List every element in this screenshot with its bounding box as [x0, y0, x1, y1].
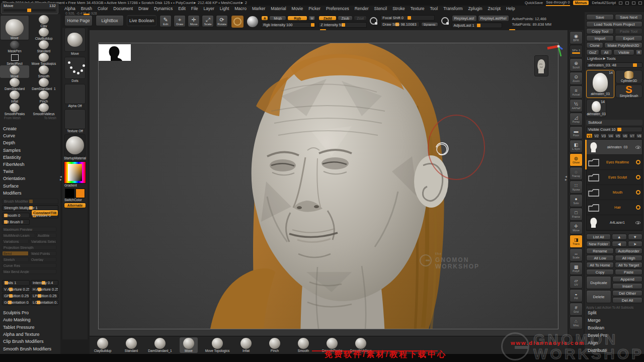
focal-shift-slider[interactable]: Focal Shift 0	[382, 16, 404, 20]
bottom-tray-brush[interactable]: Inflat	[237, 337, 255, 353]
brush-shortcut[interactable]: DamStandard_1	[29, 78, 58, 90]
brush-shortcut[interactable]: Inflat	[0, 90, 29, 103]
brush-value-slider[interactable]: Trails 1	[2, 280, 30, 286]
apply-last-action-button[interactable]: Apply Last Action To All Subtools	[586, 306, 642, 309]
folder-actions-icon[interactable]	[636, 160, 640, 164]
folder-actions-icon[interactable]	[636, 175, 640, 179]
right-shelf-button[interactable]: ⊕ Scroll	[570, 58, 583, 71]
zadd-button[interactable]: Zadd	[318, 16, 337, 21]
replay-last-button[interactable]: ReplayLast	[452, 15, 477, 22]
visibility-eye-icon[interactable]	[635, 221, 640, 224]
window-layout-icon[interactable]	[632, 2, 635, 5]
palette-section-header[interactable]: Smooth Brush Modifiers	[0, 345, 60, 352]
replay-lastrel-button[interactable]: ReplayLastRel	[478, 15, 509, 22]
color-a-button[interactable]: A	[261, 16, 268, 21]
brush-shortcut[interactable]: Standard	[29, 40, 58, 53]
subtool-row[interactable]: A4Lazer1	[587, 215, 642, 230]
save-button[interactable]: Save	[586, 14, 614, 20]
curve-setting[interactable]: MultiMesh Learn	[2, 233, 35, 238]
make-polymesh3d-button[interactable]: Make PolyMesh3D	[604, 42, 642, 48]
copy-tool-button[interactable]: Copy Tool	[586, 28, 614, 34]
menu-item[interactable]: Preferences	[326, 6, 349, 11]
subtool-subsection-header[interactable]: Split	[586, 309, 642, 317]
goz-button[interactable]: GoZ	[586, 49, 599, 55]
bottom-tray-brush[interactable]: Standard	[122, 337, 140, 353]
subtool-action-button[interactable]: Paste	[615, 269, 642, 275]
goz-all-button[interactable]: All	[600, 49, 612, 55]
subtool-row[interactable]: Eyes Realtime	[587, 155, 642, 170]
subtool-view-tab[interactable]: V2	[593, 133, 600, 138]
brush-shortcut[interactable]: Smooth	[29, 65, 58, 78]
brush-value-slider[interactable]: LOrientation 0.2	[31, 300, 58, 305]
bottom-tray-brush[interactable]: Smooth	[294, 337, 312, 353]
window-restore-icon[interactable]	[625, 2, 629, 5]
append-button[interactable]: Append	[612, 276, 642, 282]
current-brush-icon[interactable]	[231, 15, 244, 28]
window-minimize-icon[interactable]	[619, 2, 622, 5]
goz-visible-button[interactable]: Visible	[613, 49, 634, 55]
see-through-slider[interactable]: See-through 0	[546, 0, 570, 6]
right-shelf-button[interactable]: ◉ BPR	[570, 31, 583, 44]
subtool-view-tab[interactable]: V8	[636, 133, 642, 138]
palette-section-header[interactable]: Tablet Pressure	[0, 324, 60, 331]
rgb-intensity-slider[interactable]: Rgb Intensity 100	[263, 23, 292, 27]
del-all-button[interactable]: Del All	[612, 297, 642, 303]
menu-item[interactable]: Marker	[252, 6, 265, 11]
active-tool-slider[interactable]: akhnaten_03. 48	[586, 62, 642, 68]
brush-value-slider[interactable]: Intensity 0.4	[31, 280, 58, 286]
brush-shortcut[interactable]: Move	[0, 65, 29, 78]
window-close-icon[interactable]	[638, 2, 642, 5]
subtool-view-tab[interactable]: V6	[622, 133, 628, 138]
color-picker-widget[interactable]: Gradient	[63, 161, 87, 187]
tray-handle[interactable]	[84, 14, 90, 15]
curve-setting[interactable]: Audible	[36, 233, 56, 238]
subtool-view-tab[interactable]: V1	[586, 133, 593, 138]
curve-setting[interactable]: Bend	[2, 251, 29, 256]
menu-item[interactable]: Material	[271, 6, 286, 11]
palette-section-header[interactable]: Create	[0, 125, 60, 132]
right-shelf-button[interactable]: □ Frame	[570, 208, 583, 221]
right-shelf-button[interactable]: ∷ Xpose	[570, 180, 583, 194]
alpha-widget[interactable]: Alpha Off	[63, 84, 87, 108]
palette-section-header[interactable]: Clip Brush Modifiers	[0, 338, 60, 345]
subtool-row[interactable]: Hair	[587, 200, 642, 215]
brush-value-slider[interactable]: LPosition 0.25	[31, 293, 58, 299]
insert-button[interactable]: Insert	[612, 283, 642, 289]
menu-item[interactable]: Zplugin	[468, 6, 482, 11]
visibility-eye-icon[interactable]	[635, 146, 640, 149]
load-tools-button[interactable]: Load Tools From Project	[586, 21, 642, 27]
subtool-view-tab[interactable]: V3	[600, 133, 607, 138]
subtool-action-button[interactable]: Rename	[586, 248, 614, 254]
curve-setting[interactable]: Variations	[2, 239, 29, 244]
brush-shortcut[interactable]: SelectRect	[0, 53, 29, 65]
menu-item[interactable]: Tool	[430, 6, 438, 11]
brush-shortcut[interactable]: DamStandard	[0, 78, 29, 90]
brush-shortcut[interactable]: Clay	[29, 15, 58, 28]
mode-button[interactable]: ⤢ Scale	[202, 15, 214, 27]
m-button[interactable]: M	[308, 16, 315, 21]
clone-button[interactable]: Clone	[586, 42, 603, 48]
brush-setting-slider[interactable]: Tilt Brush 0	[2, 219, 30, 225]
curve-setting[interactable]: Weld Points	[30, 251, 56, 256]
active-brush-widget[interactable]: Move	[63, 28, 87, 55]
menus-button[interactable]: Menus	[573, 1, 589, 5]
brush-modifier-slider[interactable]: Brush Modifier	[2, 199, 58, 204]
bottom-tray-brush[interactable]: ClayBuildup	[94, 337, 112, 353]
visible-count-slider[interactable]: Visible Count 10	[586, 127, 642, 132]
brush-value-slider[interactable]: H Aperture 0.25	[31, 287, 58, 292]
brush-value-slider[interactable]: GOrientation 0.2	[2, 300, 30, 305]
subtool-view-tab[interactable]: V5	[615, 133, 621, 138]
draw-size-slider[interactable]: Draw Size 98.10083	[382, 22, 417, 27]
bottom-tray-brush[interactable]: Pinch	[266, 337, 284, 353]
menu-item[interactable]: Render	[355, 6, 369, 11]
menu-item[interactable]: Light	[220, 6, 229, 11]
menu-item[interactable]: Transform	[443, 6, 462, 11]
bottom-tray-brush[interactable]: DamStandard_1	[151, 337, 169, 353]
right-shelf-button[interactable]: ∴ Misc	[570, 316, 583, 329]
alternate-button[interactable]: Alternate	[64, 203, 86, 208]
tool-thumb-small[interactable]: 14 akhnaten_03	[586, 99, 606, 117]
tool-thumb-cylinder[interactable]: Cylinder3D	[615, 70, 642, 83]
subtool-view-tab[interactable]: V4	[607, 133, 614, 138]
default-zscript-button[interactable]: DefaultZScript	[592, 1, 616, 5]
material-widget[interactable]: StartupMaterial	[63, 134, 87, 160]
